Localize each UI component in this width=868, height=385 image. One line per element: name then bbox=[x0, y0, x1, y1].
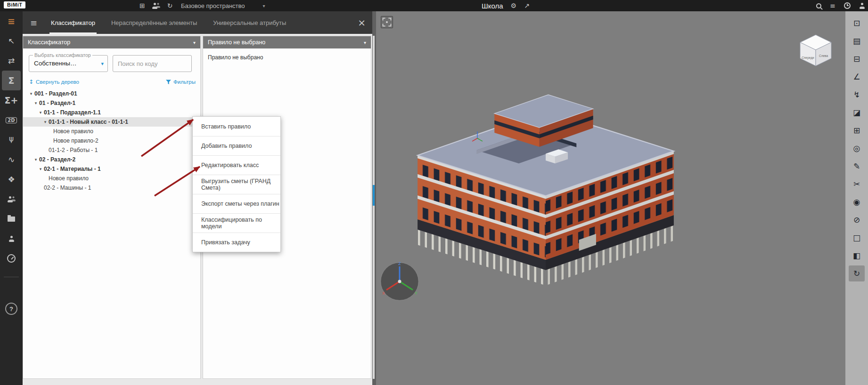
class-context-menu: Вставить правило Добавить правило Редакт… bbox=[192, 116, 281, 252]
tree-node-label: 02 - Раздел-2 bbox=[39, 156, 75, 163]
users-icon[interactable] bbox=[2, 189, 21, 209]
expand-caret-icon[interactable]: ▾ bbox=[28, 91, 34, 96]
analytics-icon[interactable]: ∿ bbox=[2, 150, 21, 169]
expand-caret-icon[interactable]: ▾ bbox=[33, 101, 39, 105]
hierarchy-icon[interactable]: ⋔ bbox=[2, 130, 21, 150]
expand-caret-icon[interactable]: ▾ bbox=[33, 157, 39, 162]
fit-view-icon bbox=[382, 17, 392, 27]
collapse-icon: ↕ bbox=[29, 79, 33, 85]
team-icon[interactable] bbox=[152, 2, 161, 9]
topbar-center: Школа ⚙ ↗ bbox=[482, 0, 530, 11]
view-cube-front-label[interactable]: Спереди bbox=[802, 56, 814, 60]
bimit-app: BiMiT ⊞ ↻ Базовое пространство ▾ Школа ⚙… bbox=[0, 0, 868, 385]
fit-view-button[interactable] bbox=[381, 16, 393, 28]
tree-node[interactable]: ▾ 02-1 - Материалы - 1 ⋮ bbox=[23, 164, 200, 174]
toolbox-icon[interactable]: ⊞ bbox=[139, 2, 145, 9]
show-icon[interactable]: ◉ bbox=[849, 194, 865, 210]
context-menu-item[interactable]: Экспорт сметы через плагин bbox=[193, 194, 280, 213]
expand-caret-icon[interactable]: ▾ bbox=[37, 167, 44, 171]
chevron-down-icon: ▾ bbox=[263, 3, 265, 8]
tree-node[interactable]: ▾ 01 - Раздел-1 ⋮ bbox=[23, 98, 200, 108]
classifier-select[interactable]: Выбрать классификатор Собственны… ▾ bbox=[29, 55, 108, 72]
filters-button[interactable]: Фильтры bbox=[166, 79, 196, 85]
annotate-icon[interactable]: ✎ bbox=[849, 158, 865, 174]
focus-icon[interactable]: ◎ bbox=[849, 140, 865, 156]
context-menu-item[interactable]: Выгрузить сметы (ГРАНД Смета) bbox=[193, 175, 280, 194]
dashboard-icon[interactable] bbox=[2, 249, 21, 268]
model-browser-icon[interactable]: ≡ bbox=[2, 11, 21, 31]
tree-node[interactable]: ▾ Новое правило ⋮ bbox=[23, 174, 200, 183]
tree-node[interactable]: ▾ 01-1-2 - Работы - 1 ⋮ bbox=[23, 145, 200, 155]
tree-node[interactable]: ▾ 001 - Раздел-01 ⋮ bbox=[23, 89, 200, 98]
select-value: Собственны… bbox=[29, 56, 107, 72]
tree-node[interactable]: ▾ 01-1 - Подраздел-1.1 ⋮ bbox=[23, 108, 200, 117]
scrollbar-thumb[interactable] bbox=[373, 185, 375, 206]
clip-icon[interactable]: ✂ bbox=[849, 176, 865, 192]
search-icon[interactable] bbox=[816, 3, 821, 8]
shared-folder-icon[interactable] bbox=[2, 209, 21, 229]
tree-node-label: 01-1-2 - Работы - 1 bbox=[49, 147, 98, 153]
tree-node[interactable]: ▾ 01-1-1 - Новый класс - 01-1-1 ⋮ bbox=[23, 117, 200, 127]
help-button[interactable]: ? bbox=[5, 303, 17, 315]
user-location-icon[interactable] bbox=[2, 229, 21, 249]
layers-icon[interactable]: ▤ bbox=[849, 33, 865, 49]
clash-detection-icon[interactable]: ↯ bbox=[849, 87, 865, 103]
project-title: Школа bbox=[482, 2, 503, 10]
close-icon[interactable]: × bbox=[358, 17, 366, 28]
history-clock-icon[interactable] bbox=[844, 2, 851, 9]
half-shade-icon[interactable]: ◧ bbox=[849, 248, 865, 264]
rule-header-dropdown[interactable]: Правило не выбрано ▾ bbox=[203, 36, 371, 48]
classifier-header-dropdown[interactable]: Классификатор ▾ bbox=[23, 36, 200, 48]
code-search-input[interactable] bbox=[113, 55, 192, 72]
grid-icon[interactable]: ⊞ bbox=[849, 122, 865, 138]
viewport-3d[interactable]: Спереди Слева Z X Y bbox=[376, 11, 845, 385]
measure-icon[interactable]: ∠ bbox=[849, 69, 865, 85]
rule-header-label: Правило не выбрано bbox=[208, 39, 265, 46]
view-cube[interactable]: Спереди Слева bbox=[795, 30, 836, 70]
panel-scrollbar[interactable] bbox=[373, 36, 375, 379]
hide-icon[interactable]: ⊘ bbox=[849, 212, 865, 228]
settings-gear-icon[interactable]: ⚙ bbox=[511, 2, 517, 9]
expand-caret-icon[interactable]: ▾ bbox=[37, 110, 44, 115]
context-menu-item[interactable]: Классифицировать по модели bbox=[193, 213, 280, 233]
context-menu-item[interactable]: Вставить правило bbox=[193, 117, 280, 136]
plugins-icon[interactable]: ❖ bbox=[2, 169, 21, 189]
tree-node[interactable]: ▾ 02 - Раздел-2 ⋮ bbox=[23, 155, 200, 164]
select-tool-icon[interactable]: ↖ bbox=[2, 31, 21, 51]
2d-view-icon[interactable]: 2D bbox=[2, 110, 21, 130]
user-avatar-icon[interactable] bbox=[859, 3, 865, 9]
tree-node-label: Новое правило bbox=[53, 128, 93, 135]
tab[interactable]: Универсальные атрибуты bbox=[205, 11, 294, 34]
tree-node[interactable]: ▾ Новое правило-2 ⋮ bbox=[23, 136, 200, 145]
context-menu-item[interactable]: Привязать задачу bbox=[193, 233, 280, 252]
navigation-gizmo[interactable]: Z X Y bbox=[378, 260, 421, 303]
collapse-tree-button[interactable]: ↕ Свернуть дерево bbox=[29, 79, 79, 85]
tab[interactable]: Классификатор bbox=[43, 11, 103, 34]
orbit-reset-icon[interactable]: ↻ bbox=[849, 265, 865, 281]
selection-frame-icon[interactable]: □ bbox=[849, 230, 865, 246]
tree-node[interactable]: ▾ 02-2 - Машины - 1 ⋮ bbox=[23, 183, 200, 192]
section-box-icon[interactable]: ◪ bbox=[849, 104, 865, 120]
filter-icon bbox=[166, 80, 171, 85]
expand-caret-icon[interactable]: ▾ bbox=[42, 120, 49, 124]
tree-node[interactable]: ▾ Новое правило ⋮ bbox=[23, 127, 200, 136]
saved-views-icon[interactable]: ⊟ bbox=[849, 51, 865, 67]
sync-icon[interactable]: ↻ bbox=[167, 2, 173, 9]
share-icon[interactable]: ↗ bbox=[524, 2, 530, 9]
workspace-selector[interactable]: Базовое пространство ▾ bbox=[181, 0, 265, 11]
view-cube-left-label[interactable]: Слева bbox=[819, 54, 828, 57]
topbar-right: ≡ bbox=[816, 0, 865, 11]
list-icon[interactable]: ≡ bbox=[830, 2, 835, 9]
tab[interactable]: Нераспределённые элементы bbox=[103, 11, 205, 34]
axis-x-label: X bbox=[382, 291, 385, 296]
tree-node-label: 01-1-1 - Новый класс - 01-1-1 bbox=[49, 119, 128, 125]
classifier-icon[interactable]: Σ bbox=[2, 71, 21, 90]
panel-menu-icon[interactable]: ≡ bbox=[30, 18, 37, 28]
fit-selection-icon[interactable]: ⊡ bbox=[849, 15, 865, 31]
select-label: Выбрать классификатор bbox=[33, 52, 92, 58]
relations-icon[interactable]: ⇄ bbox=[2, 51, 21, 71]
estimates-icon[interactable]: Σ+ bbox=[2, 90, 21, 110]
context-menu-item[interactable]: Редактировать класс bbox=[193, 155, 280, 175]
context-menu-item[interactable]: Добавить правило bbox=[193, 136, 280, 155]
tree-actions: ↕ Свернуть дерево Фильтры bbox=[29, 79, 196, 85]
